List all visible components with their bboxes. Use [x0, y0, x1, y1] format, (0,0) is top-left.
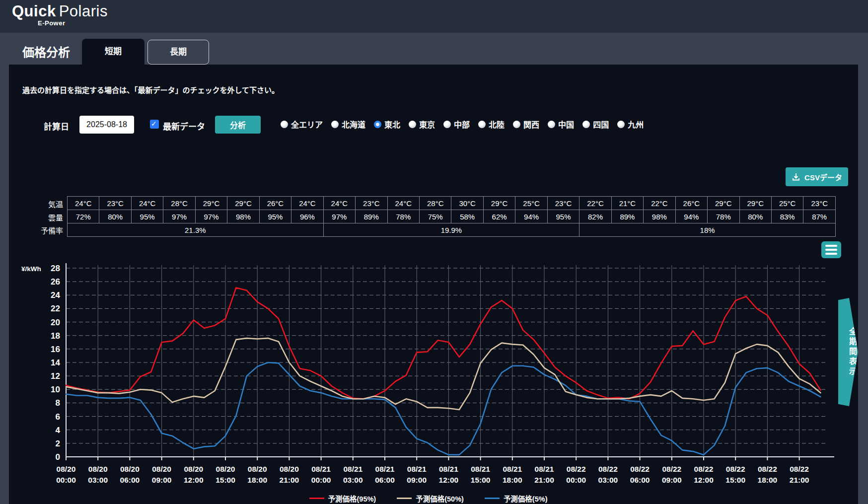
radio-dot[interactable]: [478, 121, 486, 128]
chart-menu-button[interactable]: [821, 241, 841, 258]
svg-text:03:00: 03:00: [343, 476, 363, 484]
temperature-cell: 29°C: [483, 197, 515, 210]
radio-area-北陸[interactable]: 北陸: [478, 118, 505, 130]
csv-download-button[interactable]: CSVデータ: [786, 167, 848, 186]
temperature-cell: 25°C: [771, 197, 803, 210]
svg-text:12:00: 12:00: [439, 476, 459, 484]
svg-text:20: 20: [51, 318, 60, 327]
legend-item-予測価格(5%)[interactable]: 予測価格(5%): [485, 493, 548, 504]
svg-text:18:00: 18:00: [503, 476, 522, 484]
cloud-cell: 82%: [579, 210, 611, 223]
svg-text:12: 12: [51, 371, 60, 381]
radio-area-中部[interactable]: 中部: [443, 118, 470, 130]
temperature-cell: 29°C: [227, 197, 259, 210]
svg-text:08/20: 08/20: [248, 465, 267, 473]
legend-line-swatch: [309, 498, 324, 499]
temperature-cell: 24°C: [291, 197, 323, 210]
latest-data-checkbox[interactable]: [150, 120, 159, 129]
cloud-cell: 78%: [387, 210, 419, 223]
temperature-cell: 21°C: [611, 197, 643, 210]
svg-text:26: 26: [51, 277, 60, 287]
radio-area-北海道[interactable]: 北海道: [331, 118, 365, 130]
radio-dot[interactable]: [582, 121, 590, 128]
tab-short-term[interactable]: 短期: [82, 39, 145, 65]
radio-area-四国[interactable]: 四国: [582, 118, 609, 130]
temperature-cell: 22°C: [644, 197, 675, 210]
svg-text:08/22: 08/22: [630, 465, 650, 473]
page-title: 価格分析: [22, 43, 70, 60]
cloud-cell: 58%: [451, 210, 483, 223]
svg-text:00:00: 00:00: [311, 476, 331, 484]
radio-dot[interactable]: [331, 121, 339, 128]
svg-text:09:00: 09:00: [407, 476, 427, 484]
svg-text:08/21: 08/21: [439, 465, 458, 473]
radio-label: 北陸: [489, 118, 505, 130]
svg-text:18: 18: [51, 331, 60, 341]
cloud-cell: 95%: [547, 210, 579, 223]
radio-dot[interactable]: [548, 121, 555, 128]
radio-label: 東京: [419, 118, 435, 130]
radio-area-関西[interactable]: 関西: [513, 118, 539, 130]
reserve-rate-cell: 18%: [579, 223, 836, 237]
temperature-cell: 23°C: [547, 197, 579, 210]
svg-text:08/20: 08/20: [216, 465, 235, 473]
cloud-cell: 78%: [708, 210, 739, 223]
analyze-button[interactable]: 分析: [215, 116, 261, 134]
temperature-cell: 26°C: [675, 197, 707, 210]
series-line-予測価格(5%): [66, 362, 820, 455]
svg-text:6: 6: [56, 412, 60, 422]
calc-date-input[interactable]: [79, 116, 134, 134]
radio-label: 四国: [593, 118, 609, 130]
radio-dot[interactable]: [513, 121, 520, 128]
table-row-label-cloud: 雲量: [27, 212, 63, 222]
svg-text:09:00: 09:00: [662, 476, 682, 484]
tab-long-term[interactable]: 長期: [147, 40, 209, 65]
radio-dot[interactable]: [374, 121, 381, 128]
area-radio-group: 全エリア北海道東北東京中部北陸関西中国四国九州: [281, 118, 644, 130]
temperature-cell: 22°C: [579, 197, 611, 210]
svg-text:06:00: 06:00: [375, 476, 395, 484]
cloud-cell: 98%: [227, 210, 259, 223]
legend-label: 予測価格(5%): [504, 493, 548, 504]
cloud-cell: 80%: [739, 210, 771, 223]
radio-label: 関西: [523, 118, 539, 130]
svg-text:03:00: 03:00: [598, 476, 618, 484]
radio-dot[interactable]: [409, 121, 416, 128]
legend-item-予測価格(50%)[interactable]: 予測価格(50%): [397, 493, 464, 504]
svg-text:08/21: 08/21: [311, 465, 331, 473]
radio-dot[interactable]: [443, 121, 451, 128]
radio-area-中国[interactable]: 中国: [548, 118, 574, 130]
svg-text:14: 14: [51, 358, 60, 367]
latest-data-label: 最新データ: [163, 120, 205, 132]
radio-area-東京[interactable]: 東京: [409, 118, 435, 130]
radio-dot[interactable]: [281, 121, 288, 128]
temperature-cell: 26°C: [259, 197, 291, 210]
radio-area-東北[interactable]: 東北: [374, 118, 400, 130]
download-icon: [792, 172, 800, 181]
svg-text:06:00: 06:00: [630, 476, 650, 484]
svg-text:08/21: 08/21: [407, 465, 427, 473]
radio-label: 中国: [558, 118, 574, 130]
radio-area-九州[interactable]: 九州: [617, 118, 644, 130]
svg-text:18:00: 18:00: [247, 476, 267, 484]
radio-label: 北海道: [342, 118, 365, 130]
table-row-label-temp: 気温: [27, 199, 63, 209]
svg-text:21:00: 21:00: [280, 476, 299, 484]
radio-label: 全エリア: [291, 118, 323, 130]
svg-text:21:00: 21:00: [790, 476, 809, 484]
radio-dot[interactable]: [617, 121, 625, 128]
svg-text:08/21: 08/21: [375, 465, 395, 473]
temperature-cell: 23°C: [356, 197, 387, 210]
svg-text:22: 22: [51, 304, 60, 313]
weather-table: 24°C23°C24°C28°C29°C29°C26°C24°C24°C23°C…: [67, 196, 836, 237]
legend-line-swatch: [397, 498, 412, 499]
cloud-cell: 95%: [131, 210, 163, 223]
cloud-cell: 83%: [771, 210, 803, 223]
svg-text:08/21: 08/21: [343, 465, 362, 473]
svg-text:08/20: 08/20: [57, 465, 76, 473]
svg-text:0: 0: [56, 452, 60, 462]
cloud-cell: 75%: [419, 210, 451, 223]
svg-text:03:00: 03:00: [88, 476, 108, 484]
legend-item-予測価格(95%)[interactable]: 予測価格(95%): [309, 493, 376, 504]
radio-area-全エリア[interactable]: 全エリア: [281, 118, 323, 130]
